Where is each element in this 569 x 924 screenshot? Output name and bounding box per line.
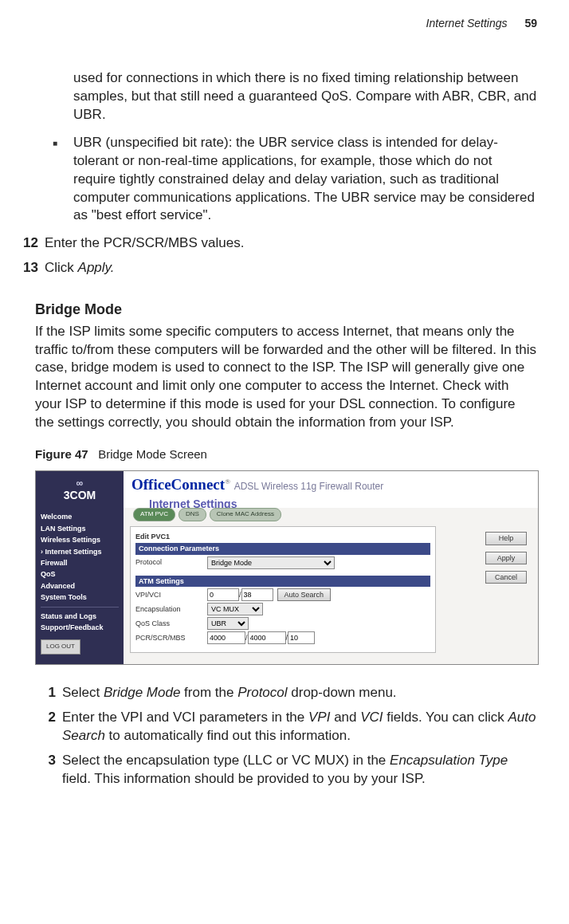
qos-select[interactable]: UBR <box>207 617 249 630</box>
pcr-input[interactable] <box>207 631 245 644</box>
help-button[interactable]: Help <box>485 532 527 545</box>
step-text: Select Bridge Mode from the Protocol dro… <box>62 684 537 702</box>
t: fields. You can click <box>383 710 508 725</box>
step-number: 3 <box>35 752 62 788</box>
encapsulation-select[interactable]: VC MUX <box>207 603 263 615</box>
protocol-label: Protocol <box>135 557 207 567</box>
sidebar-item-welcome[interactable]: Welcome <box>41 511 119 522</box>
tabs: ATM PVC DNS Clone MAC Address <box>130 508 532 521</box>
page: Internet Settings 59 used for connection… <box>0 0 569 826</box>
sidebar: Welcome LAN Settings Wireless Settings I… <box>36 508 124 663</box>
square-bullet-icon: ■ <box>53 134 73 226</box>
page-number: 59 <box>524 17 537 29</box>
vpivci-row: VPI/VCI / Auto Search <box>135 588 430 601</box>
step-12: 12 Enter the PCR/SCR/MBS values. <box>18 234 537 253</box>
figure-label: Figure 47 <box>35 447 88 461</box>
step-3: 3 Select the encapsulation type (LLC or … <box>35 752 537 788</box>
auto-search-button[interactable]: Auto Search <box>277 588 332 601</box>
tab-atm-pvc[interactable]: ATM PVC <box>133 508 175 521</box>
atm-settings-bar: ATM Settings <box>135 576 430 587</box>
header-section: Internet Settings <box>426 17 508 29</box>
figure-caption: Figure 47 Bridge Mode Screen <box>35 446 537 462</box>
em-vpi: VPI <box>308 710 330 725</box>
encapsulation-row: Encapsulation VC MUX <box>135 603 430 615</box>
shot-body: Welcome LAN Settings Wireless Settings I… <box>36 508 538 663</box>
cancel-button[interactable]: Cancel <box>485 571 527 584</box>
step-number: 12 <box>18 234 45 253</box>
sidebar-divider <box>41 607 119 607</box>
brand-area: OfficeConnect® ADSL Wireless 11g Firewal… <box>124 471 538 508</box>
sidebar-item-firewall[interactable]: Firewall <box>41 557 119 568</box>
vci-input[interactable] <box>241 588 273 601</box>
brand-subtitle: ADSL Wireless 11g Firewall Router <box>234 481 384 492</box>
logo-3com: ∞ 3COM <box>36 471 124 508</box>
bridge-mode-heading: Bridge Mode <box>35 300 537 319</box>
step-13: 13 Click Apply. <box>18 259 537 277</box>
t: field. This information should be provid… <box>62 771 426 786</box>
t: to automatically find out this informati… <box>105 728 351 743</box>
tab-clone-mac[interactable]: Clone MAC Address <box>210 508 281 521</box>
encapsulation-label: Encapsulation <box>135 604 207 614</box>
logout-button[interactable]: LOG OUT <box>41 639 80 655</box>
sidebar-item-lan[interactable]: LAN Settings <box>41 523 119 534</box>
protocol-select[interactable]: Bridge Mode <box>207 556 335 569</box>
brand-name-text: OfficeConnect <box>131 476 225 493</box>
step-number: 1 <box>35 684 62 702</box>
bullet-text: UBR (unspecified bit rate): the UBR serv… <box>73 134 537 226</box>
apply-button[interactable]: Apply <box>485 552 527 564</box>
t: from the <box>180 685 237 700</box>
logo-text: 3COM <box>64 488 96 503</box>
sidebar-item-system-tools[interactable]: System Tools <box>41 592 119 603</box>
sidebar-item-support[interactable]: Support/Feedback <box>41 622 119 633</box>
sidebar-item-qos[interactable]: QoS <box>41 568 119 580</box>
edit-pvc-panel: Edit PVC1 Connection Parameters Protocol… <box>130 526 436 653</box>
figure-title: Bridge Mode Screen <box>98 447 207 461</box>
edit-pvc-title: Edit PVC1 <box>135 532 430 541</box>
brand-name: OfficeConnect® <box>131 476 230 493</box>
qos-label: QoS Class <box>135 619 207 628</box>
step-text-pre: Click <box>45 260 78 275</box>
step-text: Enter the PCR/SCR/MBS values. <box>45 234 537 253</box>
apply-emphasis: Apply. <box>78 260 115 275</box>
continuation-paragraph: used for connections in which there is n… <box>73 69 537 124</box>
vpivci-label: VPI/VCI <box>135 590 207 600</box>
mbs-input[interactable] <box>288 631 315 644</box>
qos-row: QoS Class UBR <box>135 617 430 630</box>
step-number: 2 <box>35 709 62 745</box>
t: and <box>330 710 360 725</box>
vpi-input[interactable] <box>207 588 239 601</box>
connection-parameters-bar: Connection Parameters <box>135 543 430 554</box>
sidebar-item-internet[interactable]: Internet Settings <box>41 546 119 557</box>
em-vci: VCI <box>360 710 383 725</box>
step-number: 13 <box>18 259 45 277</box>
step-text: Click Apply. <box>45 259 537 277</box>
t: drop-down menu. <box>288 685 397 700</box>
tab-dns[interactable]: DNS <box>179 508 206 521</box>
protocol-row: Protocol Bridge Mode <box>135 556 430 569</box>
pcr-label: PCR/SCR/MBS <box>135 633 207 643</box>
em-bridge-mode: Bridge Mode <box>104 685 180 700</box>
step-1: 1 Select Bridge Mode from the Protocol d… <box>35 684 537 702</box>
t: Select <box>62 685 104 700</box>
sidebar-item-advanced[interactable]: Advanced <box>41 580 119 592</box>
t: Enter the VPI and VCI parameters in the <box>62 710 308 725</box>
sidebar-item-wireless[interactable]: Wireless Settings <box>41 534 119 545</box>
em-encap-type: Encapsulation Type <box>390 753 508 768</box>
bridge-mode-paragraph: If the ISP limits some specific computer… <box>35 323 537 433</box>
step-text: Select the encapsulation type (LLC or VC… <box>62 752 537 788</box>
bullet-ubr: ■ UBR (unspecified bit rate): the UBR se… <box>53 134 537 226</box>
scr-input[interactable] <box>248 631 286 644</box>
step-text: Enter the VPI and VCI parameters in the … <box>62 709 537 745</box>
em-protocol: Protocol <box>237 685 287 700</box>
step-2: 2 Enter the VPI and VCI parameters in th… <box>35 709 537 745</box>
main-panel: ATM PVC DNS Clone MAC Address Edit PVC1 … <box>124 508 538 663</box>
shot-header: ∞ 3COM OfficeConnect® ADSL Wireless 11g … <box>36 471 538 508</box>
pcr-row: PCR/SCR/MBS / / <box>135 631 430 644</box>
running-header: Internet Settings 59 <box>18 16 537 31</box>
t: Select the encapsulation type (LLC or VC… <box>62 753 390 768</box>
sidebar-item-status[interactable]: Status and Logs <box>41 611 119 622</box>
bridge-mode-screenshot: ∞ 3COM OfficeConnect® ADSL Wireless 11g … <box>35 470 539 664</box>
action-buttons: Help Apply Cancel <box>485 532 527 583</box>
